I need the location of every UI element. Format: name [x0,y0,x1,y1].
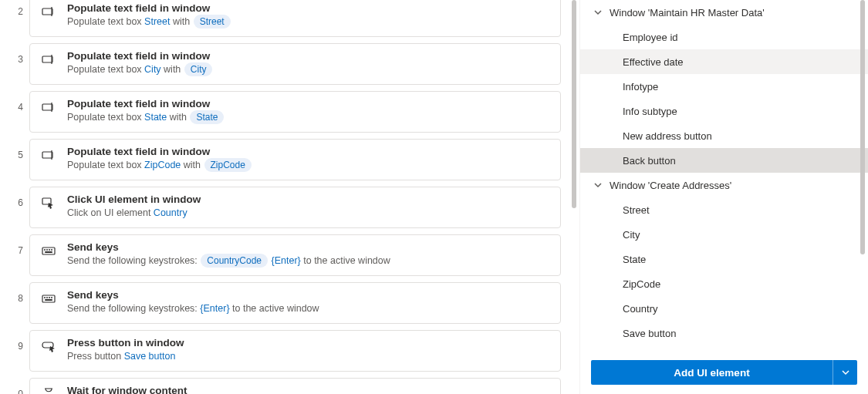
step-row: 2Populate text field in windowPopulate t… [0,0,579,40]
step-card[interactable]: Wait for window contentWait for UI eleme… [29,378,561,394]
step-card[interactable]: Send keysSend the following keystrokes: … [29,234,561,276]
tree-element-item[interactable]: Info subtype [580,99,868,123]
step-desc-link[interactable]: City [144,64,161,75]
step-number-column: 0 [0,375,29,394]
add-ui-element-dropdown[interactable] [833,360,857,385]
left-scrollbar[interactable] [572,0,576,394]
textbox-icon [41,147,56,163]
key-literal: {Enter} [272,255,301,266]
variable-pill[interactable]: City [184,62,213,76]
button-press-icon [41,338,56,354]
step-card[interactable]: Populate text field in windowPopulate te… [29,91,561,133]
step-description: Populate text box State with State [67,110,549,124]
step-row: 0Wait for window contentWait for UI elem… [0,375,579,394]
add-ui-element-button-group: Add UI element [591,360,857,385]
step-title: Press button in window [67,337,549,349]
step-number: 8 [18,279,23,304]
step-title: Send keys [67,241,549,253]
step-title: Populate text field in window [67,50,549,62]
step-description: Press button Save button [67,349,549,363]
tree-window-header[interactable]: Window 'Create Addresses' [580,173,868,197]
tree-element-item[interactable]: Employee id [580,25,868,49]
tree-item-label: City [623,229,640,241]
step-number-column: 9 [0,327,29,352]
step-number-column: 7 [0,231,29,256]
step-card[interactable]: Populate text field in windowPopulate te… [29,139,561,180]
step-desc-link[interactable]: ZipCode [144,160,181,170]
step-desc-mid: with [167,112,189,123]
step-card[interactable]: Press button in windowPress button Save … [29,330,561,372]
step-desc-link[interactable]: State [144,112,167,123]
step-number: 9 [18,327,23,352]
flow-steps-scroll[interactable]: 2Populate text field in windowPopulate t… [0,0,579,394]
tree-element-item[interactable]: Back button [580,148,868,173]
step-description: Send the following keystrokes: {Enter} t… [67,301,549,315]
step-desc-prefix: Click on UI element [67,207,154,218]
tree-item-label: Infotype [623,81,658,93]
keyboard-icon [41,243,56,258]
chevron-down-icon[interactable] [591,178,605,192]
ui-elements-panel: Window 'Maintain HR Master Data'Employee… [579,0,868,394]
step-row: 3Populate text field in windowPopulate t… [0,40,579,88]
variable-pill[interactable]: State [190,110,224,124]
step-desc-link[interactable]: Street [144,16,170,27]
step-row: 6Click UI element in windowClick on UI e… [0,184,579,231]
step-card[interactable]: Send keysSend the following keystrokes: … [29,282,561,324]
step-desc-mid: with [181,160,203,170]
step-desc-link[interactable]: Save button [124,351,176,362]
step-number-column: 8 [0,279,29,304]
tree-window-header[interactable]: Window 'Maintain HR Master Data' [580,0,868,25]
step-desc-suffix: to the active window [301,255,390,266]
tree-item-label: ZipCode [623,278,660,290]
keyboard-icon-wrap [41,243,56,258]
right-scrollbar[interactable] [860,0,865,354]
step-number-column: 6 [0,184,29,208]
step-description: Populate text box City with City [67,62,549,76]
add-ui-element-button[interactable]: Add UI element [591,360,833,385]
textbox-icon [41,52,56,67]
tree-element-item[interactable]: City [580,222,868,247]
svg-rect-9 [42,248,55,254]
tree-element-item[interactable]: Infotype [580,74,868,99]
tree-element-item[interactable]: ZipCode [580,271,868,296]
step-row: 4Populate text field in windowPopulate t… [0,88,579,136]
cursor-click-icon [41,195,56,210]
step-desc-link[interactable]: Country [154,207,187,218]
step-row: 5Populate text field in windowPopulate t… [0,136,579,184]
step-row: 7Send keysSend the following keystrokes:… [0,231,579,279]
tree-element-item[interactable]: Save button [580,321,868,345]
textbox-icon [41,4,56,19]
textfield-icon-wrap [41,147,56,163]
chevron-down-icon[interactable] [591,5,605,19]
step-description: Send the following keystrokes: CountryCo… [67,254,549,268]
variable-pill[interactable]: CountryCode [201,254,268,268]
step-title: Click UI element in window [67,194,549,205]
flow-steps-panel: 2Populate text field in windowPopulate t… [0,0,579,394]
tree-element-item[interactable]: Country [580,296,868,321]
tree-element-item[interactable]: New address button [580,123,868,148]
step-description: Populate text box ZipCode with ZipCode [67,158,549,172]
step-description: Click on UI element Country [67,206,549,220]
button-icon-wrap [41,338,56,354]
ui-elements-scroll[interactable]: Window 'Maintain HR Master Data'Employee… [580,0,868,354]
step-number: 2 [18,0,23,17]
click-icon-wrap [41,195,56,210]
tree-element-item[interactable]: Effective date [580,49,868,74]
step-number: 0 [18,375,23,394]
step-desc-prefix: Send the following keystrokes: [67,255,200,266]
step-title: Populate text field in window [67,146,549,157]
step-card[interactable]: Populate text field in windowPopulate te… [29,0,561,37]
variable-pill[interactable]: Street [194,15,231,29]
left-scrollbar-thumb[interactable] [572,0,576,208]
tree-item-label: Effective date [623,56,684,68]
step-card[interactable]: Populate text field in windowPopulate te… [29,43,561,85]
step-number: 4 [18,88,23,113]
step-number: 6 [18,184,23,208]
step-desc-prefix: Send the following keystrokes: [67,303,200,314]
step-card[interactable]: Click UI element in windowClick on UI el… [29,187,561,228]
tree-element-item[interactable]: State [580,247,868,271]
tree-element-item[interactable]: Street [580,197,868,222]
right-scrollbar-thumb[interactable] [860,0,865,254]
step-desc-suffix: to the active window [230,303,319,314]
variable-pill[interactable]: ZipCode [204,158,252,172]
